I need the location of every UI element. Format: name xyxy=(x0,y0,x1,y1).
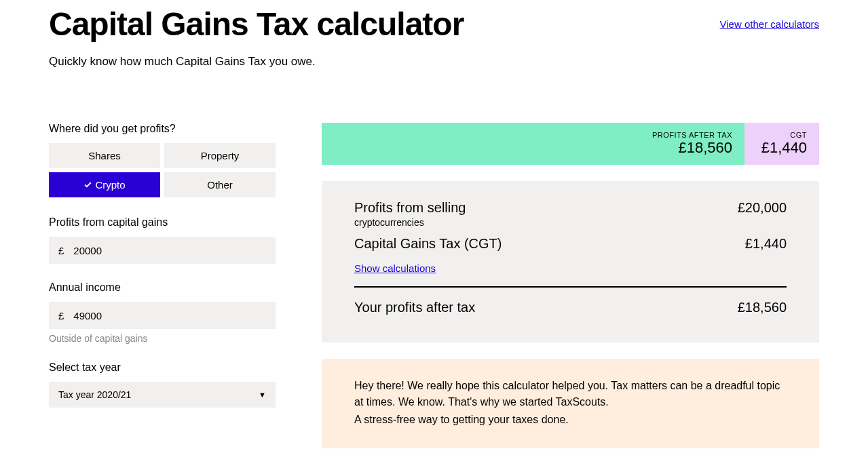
cgt-detail-value: £1,440 xyxy=(745,236,787,252)
cgt-value: £1,440 xyxy=(757,139,807,157)
page-subtitle: Quickly know how much Capital Gains Tax … xyxy=(49,55,819,68)
promo-card: Hey there! We really hope this calculato… xyxy=(322,359,819,448)
show-calculations-link[interactable]: Show calculations xyxy=(354,262,436,274)
option-property[interactable]: Property xyxy=(164,143,276,168)
divider xyxy=(354,286,787,288)
check-icon xyxy=(83,180,92,189)
promo-line2: A stress-free way to getting your taxes … xyxy=(354,412,787,428)
income-hint: Outside of capital gains xyxy=(49,333,276,344)
profits-selling-sublabel: cryptocurrencies xyxy=(354,217,466,228)
summary-bar: PROFITS AFTER TAX £18,560 CGT £1,440 xyxy=(322,123,819,165)
tax-year-select[interactable]: Tax year 2020/21 xyxy=(58,389,266,400)
detail-card: Profits from selling cryptocurrencies £2… xyxy=(322,181,819,342)
option-other[interactable]: Other xyxy=(164,172,276,197)
currency-prefix: £ xyxy=(49,310,73,321)
option-crypto-label: Crypto xyxy=(95,179,125,191)
currency-prefix: £ xyxy=(49,245,73,256)
profits-source-label: Where did you get profits? xyxy=(49,123,276,135)
cgt-label: CGT xyxy=(757,131,807,139)
profits-amount-label: Profits from capital gains xyxy=(49,216,276,229)
option-shares[interactable]: Shares xyxy=(49,143,160,168)
profits-selling-label: Profits from selling xyxy=(354,200,466,216)
income-label: Annual income xyxy=(49,281,276,294)
page-title: Capital Gains Tax calculator xyxy=(49,5,464,43)
profits-input[interactable] xyxy=(73,237,276,264)
income-input[interactable] xyxy=(73,302,276,329)
profits-source-toggle: Shares Property Crypto Other xyxy=(49,143,276,197)
option-crypto[interactable]: Crypto xyxy=(49,172,160,197)
profits-after-tax-label: PROFITS AFTER TAX xyxy=(334,131,732,139)
view-other-calculators-link[interactable]: View other calculators xyxy=(720,18,819,30)
summary-profits-after-tax: PROFITS AFTER TAX £18,560 xyxy=(322,123,744,165)
cgt-detail-label: Capital Gains Tax (CGT) xyxy=(354,236,502,252)
profits-selling-value: £20,000 xyxy=(738,200,787,216)
profits-after-tax-detail-label: Your profits after tax xyxy=(354,300,475,315)
profits-after-tax-detail-value: £18,560 xyxy=(738,300,787,315)
summary-cgt: CGT £1,440 xyxy=(744,123,819,165)
promo-line1: Hey there! We really hope this calculato… xyxy=(354,378,787,410)
profits-after-tax-value: £18,560 xyxy=(334,139,732,157)
tax-year-label: Select tax year xyxy=(49,361,276,374)
